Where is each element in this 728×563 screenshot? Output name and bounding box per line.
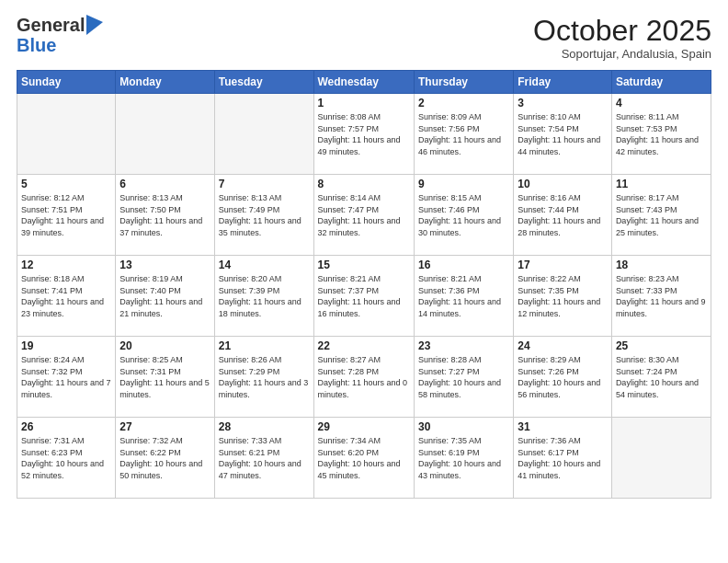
col-thursday: Thursday xyxy=(414,71,513,94)
day-info: Sunrise: 8:17 AM Sunset: 7:43 PM Dayligh… xyxy=(616,192,707,238)
day-info: Sunrise: 8:26 AM Sunset: 7:29 PM Dayligh… xyxy=(219,354,310,400)
calendar-table: Sunday Monday Tuesday Wednesday Thursday… xyxy=(17,70,711,499)
table-row: 20Sunrise: 8:25 AM Sunset: 7:31 PM Dayli… xyxy=(116,337,214,418)
day-info: Sunrise: 8:13 AM Sunset: 7:49 PM Dayligh… xyxy=(219,192,310,238)
day-number: 25 xyxy=(616,339,707,352)
month-title: October 2025 xyxy=(533,15,711,47)
day-number: 2 xyxy=(418,97,509,109)
table-row: 24Sunrise: 8:29 AM Sunset: 7:26 PM Dayli… xyxy=(514,337,612,418)
day-info: Sunrise: 8:20 AM Sunset: 7:39 PM Dayligh… xyxy=(219,273,310,319)
calendar-header-row: Sunday Monday Tuesday Wednesday Thursday… xyxy=(17,71,711,94)
day-info: Sunrise: 8:12 AM Sunset: 7:51 PM Dayligh… xyxy=(21,192,111,238)
day-number: 3 xyxy=(518,97,608,109)
table-row: 2Sunrise: 8:09 AM Sunset: 7:56 PM Daylig… xyxy=(414,94,513,175)
table-row xyxy=(214,94,313,175)
calendar-week-row: 19Sunrise: 8:24 AM Sunset: 7:32 PM Dayli… xyxy=(17,337,711,418)
table-row xyxy=(611,418,711,499)
table-row: 12Sunrise: 8:18 AM Sunset: 7:41 PM Dayli… xyxy=(17,256,116,337)
table-row: 10Sunrise: 8:16 AM Sunset: 7:44 PM Dayli… xyxy=(514,175,612,256)
col-saturday: Saturday xyxy=(611,71,711,94)
calendar-week-row: 12Sunrise: 8:18 AM Sunset: 7:41 PM Dayli… xyxy=(17,256,711,337)
table-row: 30Sunrise: 7:35 AM Sunset: 6:19 PM Dayli… xyxy=(414,418,513,499)
day-number: 1 xyxy=(318,97,410,109)
day-number: 9 xyxy=(418,178,509,190)
day-number: 20 xyxy=(119,339,210,352)
table-row: 28Sunrise: 7:33 AM Sunset: 6:21 PM Dayli… xyxy=(214,418,313,499)
day-number: 13 xyxy=(119,259,210,271)
calendar-week-row: 5Sunrise: 8:12 AM Sunset: 7:51 PM Daylig… xyxy=(17,175,711,256)
day-number: 7 xyxy=(219,178,310,190)
logo-icon xyxy=(86,15,103,35)
table-row: 3Sunrise: 8:10 AM Sunset: 7:54 PM Daylig… xyxy=(514,94,612,175)
table-row: 7Sunrise: 8:13 AM Sunset: 7:49 PM Daylig… xyxy=(214,175,313,256)
table-row: 8Sunrise: 8:14 AM Sunset: 7:47 PM Daylig… xyxy=(313,175,414,256)
day-number: 5 xyxy=(21,178,111,190)
logo: General Blue xyxy=(17,15,103,55)
day-number: 27 xyxy=(119,420,210,433)
day-info: Sunrise: 8:22 AM Sunset: 7:35 PM Dayligh… xyxy=(518,273,608,319)
day-number: 24 xyxy=(518,339,608,352)
table-row: 22Sunrise: 8:27 AM Sunset: 7:28 PM Dayli… xyxy=(313,337,414,418)
day-info: Sunrise: 8:13 AM Sunset: 7:50 PM Dayligh… xyxy=(119,192,210,238)
table-row: 26Sunrise: 7:31 AM Sunset: 6:23 PM Dayli… xyxy=(17,418,116,499)
day-info: Sunrise: 8:14 AM Sunset: 7:47 PM Dayligh… xyxy=(318,192,410,238)
table-row: 14Sunrise: 8:20 AM Sunset: 7:39 PM Dayli… xyxy=(214,256,313,337)
day-info: Sunrise: 8:23 AM Sunset: 7:33 PM Dayligh… xyxy=(616,273,707,319)
day-info: Sunrise: 8:21 AM Sunset: 7:36 PM Dayligh… xyxy=(418,273,509,319)
day-info: Sunrise: 7:35 AM Sunset: 6:19 PM Dayligh… xyxy=(418,435,509,481)
day-number: 4 xyxy=(616,97,707,109)
day-info: Sunrise: 7:36 AM Sunset: 6:17 PM Dayligh… xyxy=(518,435,608,481)
day-number: 15 xyxy=(318,259,410,271)
calendar-week-row: 1Sunrise: 8:08 AM Sunset: 7:57 PM Daylig… xyxy=(17,94,711,175)
col-friday: Friday xyxy=(514,71,612,94)
day-info: Sunrise: 8:28 AM Sunset: 7:27 PM Dayligh… xyxy=(418,354,509,400)
subtitle: Soportujar, Andalusia, Spain xyxy=(533,47,711,61)
day-info: Sunrise: 8:30 AM Sunset: 7:24 PM Dayligh… xyxy=(616,354,707,400)
day-number: 11 xyxy=(616,178,707,190)
day-info: Sunrise: 8:10 AM Sunset: 7:54 PM Dayligh… xyxy=(518,111,608,157)
day-info: Sunrise: 8:19 AM Sunset: 7:40 PM Dayligh… xyxy=(119,273,210,319)
header: General Blue October 2025 Soportujar, An… xyxy=(17,15,711,61)
page: General Blue October 2025 Soportujar, An… xyxy=(0,0,728,563)
day-number: 29 xyxy=(318,420,410,433)
day-number: 23 xyxy=(418,339,509,352)
day-info: Sunrise: 7:33 AM Sunset: 6:21 PM Dayligh… xyxy=(219,435,310,481)
day-info: Sunrise: 7:34 AM Sunset: 6:20 PM Dayligh… xyxy=(318,435,410,481)
table-row: 25Sunrise: 8:30 AM Sunset: 7:24 PM Dayli… xyxy=(611,337,711,418)
table-row: 16Sunrise: 8:21 AM Sunset: 7:36 PM Dayli… xyxy=(414,256,513,337)
table-row: 18Sunrise: 8:23 AM Sunset: 7:33 PM Dayli… xyxy=(611,256,711,337)
table-row: 1Sunrise: 8:08 AM Sunset: 7:57 PM Daylig… xyxy=(313,94,414,175)
day-number: 22 xyxy=(318,339,410,352)
day-info: Sunrise: 7:31 AM Sunset: 6:23 PM Dayligh… xyxy=(21,435,111,481)
day-info: Sunrise: 8:25 AM Sunset: 7:31 PM Dayligh… xyxy=(119,354,210,400)
table-row: 5Sunrise: 8:12 AM Sunset: 7:51 PM Daylig… xyxy=(17,175,116,256)
table-row: 31Sunrise: 7:36 AM Sunset: 6:17 PM Dayli… xyxy=(514,418,612,499)
day-info: Sunrise: 8:11 AM Sunset: 7:53 PM Dayligh… xyxy=(616,111,707,157)
table-row: 23Sunrise: 8:28 AM Sunset: 7:27 PM Dayli… xyxy=(414,337,513,418)
logo-general: General xyxy=(17,15,85,35)
col-monday: Monday xyxy=(116,71,214,94)
logo-blue: Blue xyxy=(17,35,103,55)
day-info: Sunrise: 8:09 AM Sunset: 7:56 PM Dayligh… xyxy=(418,111,509,157)
day-number: 12 xyxy=(21,259,111,271)
table-row: 27Sunrise: 7:32 AM Sunset: 6:22 PM Dayli… xyxy=(116,418,214,499)
table-row: 17Sunrise: 8:22 AM Sunset: 7:35 PM Dayli… xyxy=(514,256,612,337)
day-number: 10 xyxy=(518,178,608,190)
day-info: Sunrise: 8:18 AM Sunset: 7:41 PM Dayligh… xyxy=(21,273,111,319)
day-info: Sunrise: 8:21 AM Sunset: 7:37 PM Dayligh… xyxy=(318,273,410,319)
table-row: 9Sunrise: 8:15 AM Sunset: 7:46 PM Daylig… xyxy=(414,175,513,256)
day-number: 17 xyxy=(518,259,608,271)
table-row xyxy=(17,94,116,175)
table-row: 11Sunrise: 8:17 AM Sunset: 7:43 PM Dayli… xyxy=(611,175,711,256)
table-row xyxy=(116,94,214,175)
day-number: 31 xyxy=(518,420,608,433)
svg-marker-0 xyxy=(86,15,103,35)
title-block: October 2025 Soportujar, Andalusia, Spai… xyxy=(533,15,711,61)
table-row: 4Sunrise: 8:11 AM Sunset: 7:53 PM Daylig… xyxy=(611,94,711,175)
day-number: 18 xyxy=(616,259,707,271)
day-number: 6 xyxy=(119,178,210,190)
day-info: Sunrise: 8:24 AM Sunset: 7:32 PM Dayligh… xyxy=(21,354,111,400)
col-tuesday: Tuesday xyxy=(214,71,313,94)
calendar-week-row: 26Sunrise: 7:31 AM Sunset: 6:23 PM Dayli… xyxy=(17,418,711,499)
day-number: 28 xyxy=(219,420,310,433)
